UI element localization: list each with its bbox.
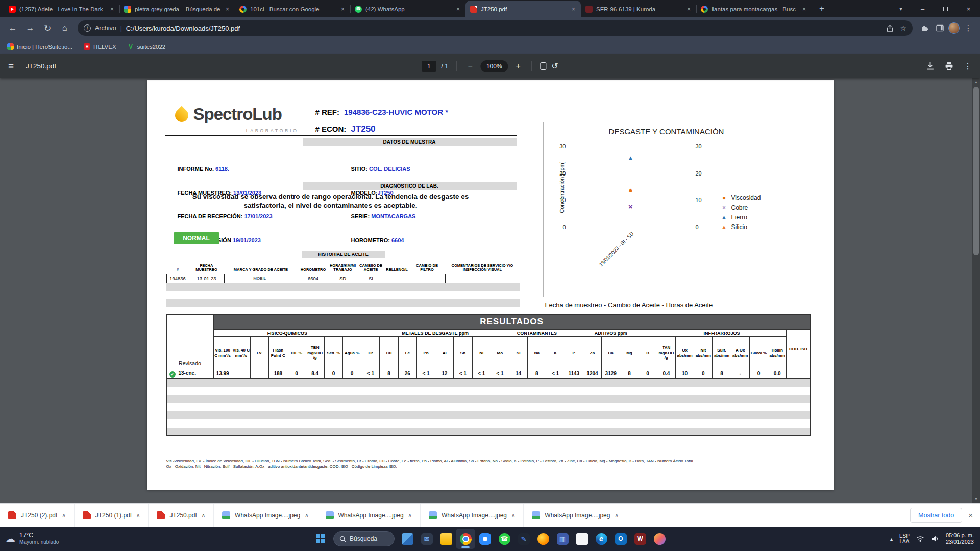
browser-tab[interactable]: ☎ (42) WhatsApp × [350,1,465,17]
browser-menu-icon[interactable]: ⋮ [962,23,975,33]
browser-tab-active[interactable]: JT250.pdf × [465,1,581,17]
bookmark-suites2022[interactable]: V suites2022 [128,43,166,50]
toolbar-divider [531,61,532,71]
browser-tab[interactable]: (1257) Adele - Love In The Dark × [4,1,119,17]
download-item[interactable]: JT250 (2).pdf∧ [0,504,75,527]
pdf-more-options-icon[interactable]: ⋮ [964,61,972,71]
info-value: 6118. [215,166,229,172]
tab-close-icon[interactable]: × [801,6,807,13]
start-button[interactable] [311,529,330,549]
scroll-down-icon[interactable]: ▼ [972,495,980,503]
results-value: - [731,369,749,379]
home-button[interactable]: ⌂ [57,20,72,36]
browser-tab[interactable]: SER-96-6139 | Kuroda × [581,1,696,17]
zoom-out-button[interactable]: − [465,62,475,71]
file-explorer-icon[interactable] [436,529,456,549]
window-controls: ▾ – × [891,0,980,17]
downloads-bar-close-icon[interactable]: × [968,511,973,519]
profile-avatar[interactable] [948,22,960,34]
extensions-puzzle-icon[interactable] [918,24,931,32]
scrollbar-thumb[interactable] [973,87,979,255]
share-icon[interactable] [886,24,894,32]
firefox-icon[interactable] [533,529,553,549]
print-icon[interactable] [945,62,953,70]
weather-widget[interactable]: ☁ 17°C Mayorm. nublado [5,532,59,545]
download-expand-chevron-icon[interactable]: ∧ [136,512,140,518]
paint-icon[interactable] [650,529,669,549]
chart-title: DESGASTE Y CONTAMINACIÓN [544,127,790,136]
pen-icon[interactable] [514,529,533,549]
tab-close-icon[interactable]: × [571,6,576,13]
download-item[interactable]: JT250.pdf∧ [149,504,214,527]
scroll-up-icon[interactable]: ▲ [972,78,980,86]
language-indicator[interactable]: ESP LAA [899,533,910,544]
page-number-input[interactable]: 1 [422,61,436,72]
download-item[interactable]: WhatsApp Image....jpeg∧ [317,504,421,527]
tab-list-chevron-icon[interactable]: ▾ [891,6,911,12]
address-bar[interactable]: i Archivo | C:/Users/kuroda/Downloads/JT… [78,20,913,36]
taskbar-search[interactable]: Búsqueda [333,531,395,546]
browser-tab[interactable]: pietra grey greda – Búsqueda de × [119,1,235,17]
whatsapp-icon[interactable] [495,529,514,549]
forward-button[interactable]: → [22,20,38,36]
ref-value: 194836-C23-HUVIC MOTOR * [344,108,448,116]
edge-icon[interactable] [592,529,611,549]
close-button[interactable]: × [957,0,980,17]
tab-close-icon[interactable]: × [340,6,346,13]
diagnosis-text: Su viscosidad se observa dentro de rango… [173,192,489,210]
youtube-favicon [9,6,16,13]
results-value: 13.99 [213,369,232,379]
sticky-notes-icon[interactable] [572,529,592,549]
maximize-button[interactable] [934,0,957,17]
wifi-icon[interactable] [916,535,924,542]
tab-close-icon[interactable]: × [109,6,115,13]
reload-button[interactable]: ↻ [40,20,55,36]
fit-page-icon[interactable] [540,62,546,70]
zoom-level-select[interactable]: 100% [480,60,508,72]
results-column-header: Vis. 100 C mm²/s [213,337,232,369]
tab-close-icon[interactable]: × [455,6,461,13]
tab-close-icon[interactable]: × [225,6,230,13]
taskbar-clock[interactable]: 05:06 p. m. 23/01/2023 [946,532,974,546]
side-panel-icon[interactable] [933,24,946,32]
minimize-button[interactable]: – [911,0,934,17]
download-item[interactable]: WhatsApp Image....jpeg∧ [421,504,524,527]
download-item[interactable]: WhatsApp Image....jpeg∧ [214,504,317,527]
rotate-page-icon[interactable]: ↺ [551,61,558,71]
zoom-in-button[interactable]: + [513,62,523,71]
footnote-line2: Ox - Oxidación, Nit - Nitración, Sulf - … [166,464,728,469]
download-icon[interactable] [926,62,935,70]
chrome-icon[interactable] [456,529,475,549]
download-expand-chevron-icon[interactable]: ∧ [615,512,618,518]
pdf-scrollbar[interactable]: ▲ ▼ [972,78,980,503]
tab-close-icon[interactable]: × [686,6,692,13]
outlook-icon[interactable] [611,529,630,549]
word-icon[interactable] [630,529,650,549]
camera-icon[interactable] [475,529,495,549]
results-empty-row [166,387,810,395]
show-all-downloads-button[interactable]: Mostrar todo [910,508,962,523]
download-item[interactable]: WhatsApp Image....jpeg∧ [524,504,627,527]
bookmark-star-icon[interactable]: ☆ [900,24,906,32]
pdf-menu-icon[interactable]: ≡ [8,61,26,72]
image-file-icon [326,511,334,519]
bookmark-helvex[interactable]: H HELVEX [84,43,116,50]
new-tab-button[interactable]: + [815,2,829,16]
tab-strip: (1257) Adele - Love In The Dark × pietra… [0,0,980,17]
speaker-icon[interactable] [931,535,939,542]
task-view-icon[interactable] [398,529,417,549]
download-expand-chevron-icon[interactable]: ∧ [62,512,65,518]
tray-chevron-up-icon[interactable]: ▴ [890,536,893,542]
download-expand-chevron-icon[interactable]: ∧ [408,512,412,518]
download-expand-chevron-icon[interactable]: ∧ [202,512,205,518]
mail-icon[interactable] [417,529,436,549]
bookmark-herosuite[interactable]: Inicio | HeroSuite.io... [7,43,72,50]
calculator-icon[interactable] [553,529,572,549]
download-item[interactable]: JT250 (1).pdf∧ [75,504,149,527]
browser-tab[interactable]: 101cl - Buscar con Google × [235,1,350,17]
download-expand-chevron-icon[interactable]: ∧ [511,512,515,518]
download-expand-chevron-icon[interactable]: ∧ [305,512,308,518]
browser-tab[interactable]: llantas para montacargas - Busc × [696,1,812,17]
page-info-icon[interactable]: i [84,24,91,32]
back-button[interactable]: ← [5,20,20,36]
